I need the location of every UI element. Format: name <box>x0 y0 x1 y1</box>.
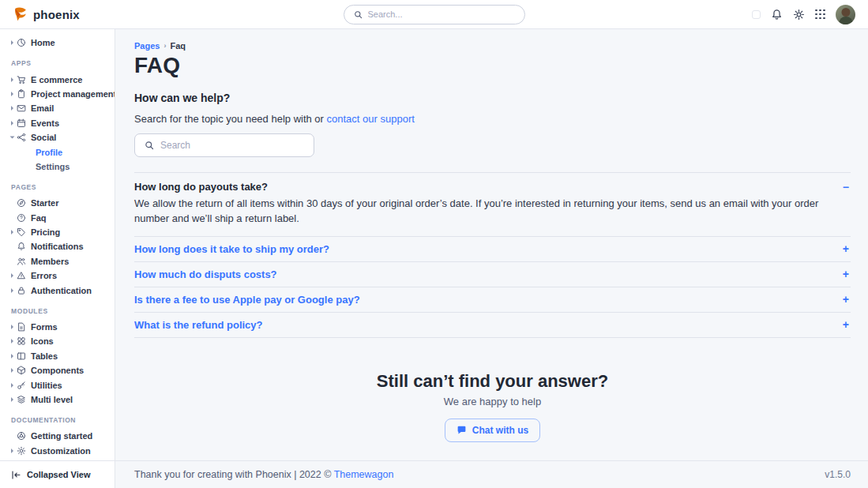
theme-toggle-icon[interactable] <box>752 10 761 19</box>
clipboard-icon <box>17 89 26 99</box>
sidebar-item-multi-level[interactable]: Multi level <box>11 392 110 407</box>
caret-icon <box>11 121 13 126</box>
sidebar-item-components[interactable]: Components <box>11 363 110 377</box>
sidebar-section-label-apps: APPS <box>11 59 110 66</box>
sidebar-item-social[interactable]: Social <box>11 130 110 145</box>
sidebar-item-icons[interactable]: Icons <box>11 334 110 348</box>
faq-question: How long do payouts take? <box>134 181 268 193</box>
sidebar-item-settings[interactable]: Settings <box>11 160 110 174</box>
sidebar-item-project-management[interactable]: Project management <box>11 87 110 101</box>
sidebar-item-label: Authentication <box>31 286 92 295</box>
warning-triangle-icon <box>17 271 26 280</box>
collapse-arrow-icon <box>11 470 21 480</box>
sidebar-item-forms[interactable]: Forms <box>11 320 110 334</box>
sidebar-item-label: Tables <box>31 351 58 361</box>
bell-icon <box>17 242 26 251</box>
sidebar-item-label: E commerce <box>31 75 82 84</box>
sidebar-item-label: Components <box>31 366 84 375</box>
sidebar-item-members[interactable]: Members <box>11 254 110 268</box>
themewagon-link[interactable]: Themewagon <box>334 469 394 480</box>
sidebar-item-customization[interactable]: Customization <box>11 444 110 458</box>
chat-bubble-icon <box>457 425 467 435</box>
breadcrumb-pages-link[interactable]: Pages <box>134 41 160 51</box>
faq-question-row[interactable]: What is the refund policy?+ <box>134 319 851 331</box>
sidebar-item-starter[interactable]: Starter <box>11 196 110 210</box>
cta-subheading: We are happy to help <box>134 396 851 407</box>
caret-icon <box>11 383 13 388</box>
sidebar-item-label: Pricing <box>31 227 60 237</box>
file-icon <box>17 322 26 332</box>
phoenix-logo[interactable]: phoenix <box>13 6 80 22</box>
notifications-bell-icon[interactable] <box>771 9 783 21</box>
package-icon <box>17 366 26 375</box>
sidebar-item-label: Starter <box>31 198 58 208</box>
cart-icon <box>17 75 26 84</box>
contact-support-link[interactable]: contact our support <box>327 113 415 125</box>
faq-item: How long does it take to ship my order?+ <box>134 237 851 262</box>
sidebar: HomeAPPSE commerceProject managementEmai… <box>0 29 115 488</box>
global-search[interactable] <box>344 5 525 24</box>
faq-item: How long do payouts take?−We allow the r… <box>134 173 851 237</box>
users-icon <box>17 257 26 266</box>
faq-question-row[interactable]: How long does it take to ship my order?+ <box>134 243 851 255</box>
wheel-icon <box>17 431 26 441</box>
sidebar-item-label: Email <box>31 103 54 113</box>
faq-question: What is the refund policy? <box>134 319 263 331</box>
sidebar-item-getting-started[interactable]: Getting started <box>11 429 110 443</box>
breadcrumb: Pages › Faq <box>134 41 851 51</box>
sidebar-item-label: Members <box>31 257 69 266</box>
breadcrumb-current: Faq <box>170 41 186 51</box>
sidebar-item-home[interactable]: Home <box>11 36 110 50</box>
sidebar-item-label: Social <box>31 133 56 142</box>
expand-plus-icon[interactable]: + <box>843 243 851 254</box>
sidebar-item-label: Getting started <box>31 431 92 441</box>
sidebar-item-errors[interactable]: Errors <box>11 268 110 283</box>
navbar-actions <box>752 5 855 24</box>
sidebar-section-label-modules: MODULES <box>11 307 110 314</box>
sidebar-item-label: Events <box>31 118 59 128</box>
help-text: Search for the topic you need help with … <box>134 113 851 125</box>
sidebar-item-label: Home <box>31 38 55 47</box>
lock-icon <box>17 286 26 295</box>
sidebar-item-tables[interactable]: Tables <box>11 349 110 363</box>
chat-with-us-button[interactable]: Chat with us <box>445 419 540 442</box>
sidebar-item-events[interactable]: Events <box>11 116 110 130</box>
caret-icon <box>11 397 13 402</box>
global-search-input[interactable] <box>368 9 515 19</box>
footer-credit: Thank you for creating with Phoenix | 20… <box>134 469 393 480</box>
sidebar-item-authentication[interactable]: Authentication <box>11 283 110 297</box>
page-footer: Thank you for creating with Phoenix | 20… <box>115 460 868 488</box>
user-avatar[interactable] <box>836 5 855 24</box>
faq-question: How much do disputs costs? <box>134 268 277 280</box>
faq-question-row[interactable]: Is there a fee to use Apple pay or Googl… <box>134 294 851 306</box>
sidebar-item-label: Faq <box>31 213 47 223</box>
faq-search-input[interactable] <box>160 140 304 151</box>
sidebar-item-notifications[interactable]: Notifications <box>11 239 110 253</box>
expand-plus-icon[interactable]: + <box>843 268 851 280</box>
sidebar-item-e-commerce[interactable]: E commerce <box>11 72 110 86</box>
layers-icon <box>17 395 26 404</box>
sidebar-item-faq[interactable]: Faq <box>11 211 110 225</box>
sidebar-item-profile[interactable]: Profile <box>11 145 110 159</box>
sidebar-item-utilities[interactable]: Utilities <box>11 377 110 392</box>
expand-plus-icon[interactable]: + <box>843 294 851 305</box>
help-text-prefix: Search for the topic you need help with … <box>134 113 327 125</box>
caret-icon <box>11 339 13 343</box>
settings-gear-icon[interactable] <box>793 9 805 21</box>
faq-search-box[interactable] <box>134 133 314 157</box>
apps-grid-icon[interactable] <box>815 9 825 20</box>
sidebar-item-label: Errors <box>31 271 57 280</box>
collapse-sidebar-button[interactable]: Collapsed View <box>0 460 115 488</box>
collapse-minus-icon[interactable]: − <box>843 182 851 193</box>
expand-plus-icon[interactable]: + <box>843 319 851 330</box>
brand-name: phoenix <box>33 8 80 21</box>
sidebar-item-email[interactable]: Email <box>11 101 110 115</box>
caret-icon <box>11 40 13 45</box>
faq-question-row[interactable]: How much do disputs costs?+ <box>134 268 851 280</box>
collapse-label: Collapsed View <box>27 470 91 479</box>
cta-heading: Still can’t find your answer? <box>134 371 851 392</box>
sidebar-item-pricing[interactable]: Pricing <box>11 225 110 239</box>
sidebar-item-label: Notifications <box>31 242 84 251</box>
faq-question-row[interactable]: How long do payouts take?− <box>134 181 851 193</box>
envelope-icon <box>17 103 26 113</box>
